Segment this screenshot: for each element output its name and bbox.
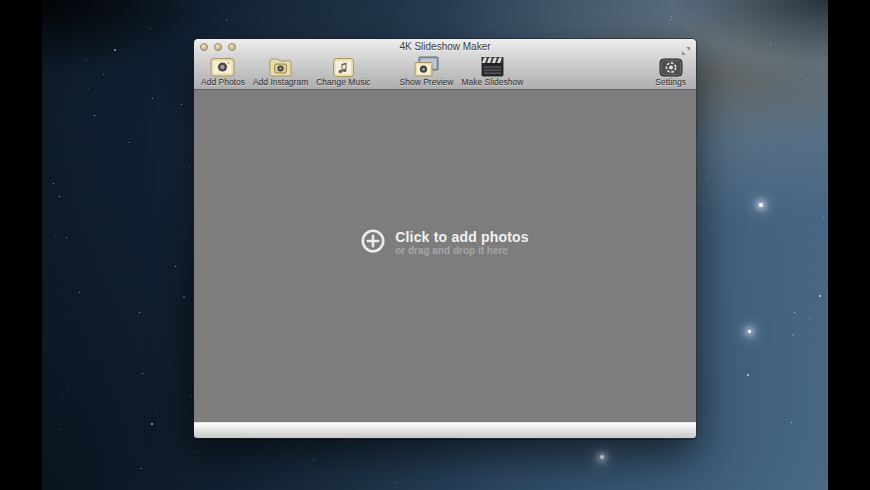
star xyxy=(62,394,63,395)
star xyxy=(114,49,116,51)
close-button[interactable] xyxy=(200,43,208,51)
star xyxy=(686,24,687,25)
star xyxy=(806,79,807,80)
star xyxy=(791,422,792,423)
star xyxy=(59,196,60,197)
star xyxy=(707,177,708,178)
settings-icon xyxy=(659,56,683,77)
star xyxy=(190,395,191,396)
plus-circle-icon[interactable] xyxy=(361,229,385,257)
bright-star xyxy=(748,330,751,333)
star xyxy=(699,178,700,179)
star xyxy=(55,235,56,236)
star xyxy=(88,88,89,89)
star xyxy=(722,448,723,449)
star xyxy=(489,26,490,27)
star xyxy=(68,389,69,390)
photo-drop-area[interactable]: Click to add photos or drag and drop it … xyxy=(194,90,696,422)
make-slideshow-label: Make Slideshow xyxy=(461,78,523,87)
star xyxy=(129,142,130,143)
star xyxy=(823,217,824,218)
bright-star xyxy=(600,455,604,459)
change-music-label: Change Music xyxy=(316,78,370,87)
star xyxy=(812,287,813,288)
add-photos-icon xyxy=(210,56,235,77)
add-instagram-icon xyxy=(268,56,293,77)
star xyxy=(139,312,140,313)
star xyxy=(346,17,347,18)
show-preview-button[interactable]: Show Preview xyxy=(398,56,456,87)
star xyxy=(142,373,143,374)
star xyxy=(152,98,153,99)
star xyxy=(141,468,142,469)
change-music-icon xyxy=(331,56,356,77)
star xyxy=(770,43,771,44)
star xyxy=(103,74,104,75)
change-music-button[interactable]: Change Music xyxy=(314,56,372,87)
dropzone-subtitle: or drag and drop it here xyxy=(395,245,529,257)
star xyxy=(150,28,151,29)
add-photos-button[interactable]: Add Photos xyxy=(199,56,247,87)
desktop: 4K Slideshow Maker xyxy=(0,0,870,490)
status-bar xyxy=(194,422,696,438)
star xyxy=(671,16,672,17)
star xyxy=(396,482,397,483)
add-instagram-label: Add Instagram xyxy=(253,78,308,87)
add-instagram-button[interactable]: Add Instagram xyxy=(251,56,310,87)
star xyxy=(86,59,87,60)
show-preview-label: Show Preview xyxy=(400,78,454,87)
star xyxy=(53,183,54,184)
dropzone-text: Click to add photos or drag and drop it … xyxy=(395,230,529,257)
star xyxy=(175,266,176,267)
star xyxy=(698,200,699,201)
star xyxy=(226,20,227,21)
star xyxy=(94,115,95,116)
star xyxy=(189,167,190,168)
star xyxy=(794,312,795,313)
star xyxy=(313,459,314,460)
star xyxy=(194,452,195,453)
make-slideshow-button[interactable]: Make Slideshow xyxy=(459,56,525,87)
star xyxy=(670,19,671,20)
star xyxy=(769,307,770,308)
traffic-lights xyxy=(200,39,236,54)
settings-button[interactable]: Settings xyxy=(653,56,688,87)
show-preview-icon xyxy=(414,56,439,77)
zoom-button[interactable] xyxy=(228,43,236,51)
star xyxy=(184,409,185,410)
star xyxy=(79,292,80,293)
titlebar: 4K Slideshow Maker xyxy=(194,39,696,54)
window-title: 4K Slideshow Maker xyxy=(194,41,696,52)
add-photos-dropzone[interactable]: Click to add photos or drag and drop it … xyxy=(361,229,529,257)
dropzone-title: Click to add photos xyxy=(395,230,529,245)
settings-label: Settings xyxy=(655,78,686,87)
fullscreen-icon[interactable] xyxy=(681,42,691,52)
make-slideshow-icon xyxy=(480,56,505,77)
star xyxy=(551,466,552,467)
star xyxy=(809,318,810,319)
toolbar: Add Photos Add Instagram xyxy=(194,54,696,90)
star xyxy=(747,374,749,376)
star xyxy=(792,334,794,336)
add-photos-label: Add Photos xyxy=(201,78,245,87)
star xyxy=(60,429,61,430)
bright-star xyxy=(759,203,763,207)
star xyxy=(183,296,185,298)
star xyxy=(151,423,153,425)
star xyxy=(819,295,821,297)
minimize-button[interactable] xyxy=(214,43,222,51)
star xyxy=(155,410,156,411)
star xyxy=(66,237,67,238)
app-window: 4K Slideshow Maker xyxy=(193,38,697,439)
star xyxy=(181,104,182,105)
